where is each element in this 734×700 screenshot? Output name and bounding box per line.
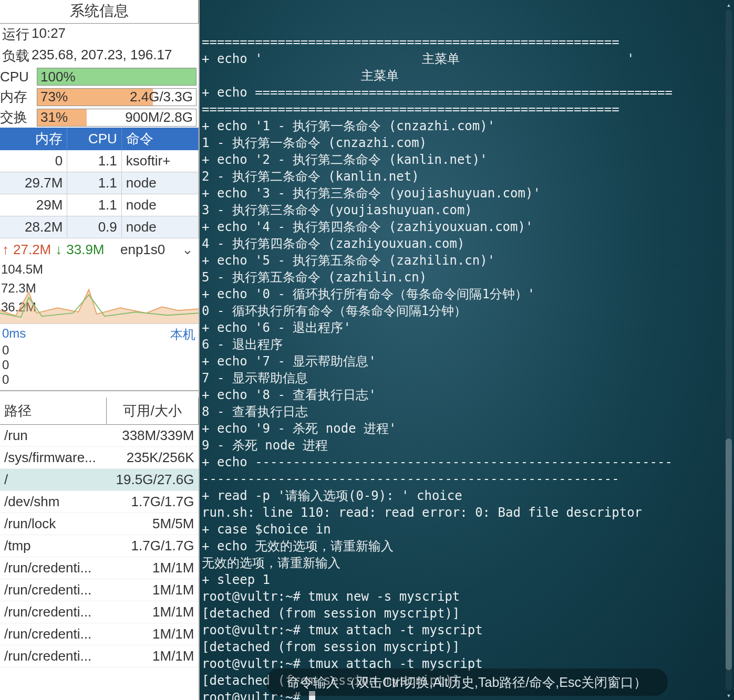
disk-path: / xyxy=(0,469,106,491)
table-row[interactable]: 01.1ksoftir+ xyxy=(0,150,199,172)
table-row[interactable]: /dev/shm1.7G/1.7G xyxy=(0,491,199,513)
table-row[interactable]: /run/lock5M/5M xyxy=(0,513,199,535)
terminal-line: + echo '6 - 退出程序' xyxy=(202,319,734,336)
table-row[interactable]: /tmp1.7G/1.7G xyxy=(0,535,199,557)
table-row[interactable]: /sys/firmware...235K/256K xyxy=(0,447,199,469)
cpu-bar: 100% xyxy=(37,68,197,86)
terminal-line: 8 - 查看执行日志 xyxy=(202,403,734,420)
cpu-pct: 100% xyxy=(40,69,76,85)
swap-label: 交换 xyxy=(0,108,37,127)
proc-cpu: 0.9 xyxy=(67,216,122,238)
scroll-track[interactable] xyxy=(726,9,732,691)
terminal-scrollbar[interactable]: ▴ ▾ xyxy=(725,0,733,700)
terminal-line: root@vultr:~# tmux attach -t myscript xyxy=(202,622,734,639)
disk-path: /dev/shm xyxy=(0,491,106,513)
terminal-line: + echo '3 - 执行第三条命令 (youjiashuyuan.com)' xyxy=(202,185,734,202)
mem-detail: 2.4G/3.3G xyxy=(130,89,193,106)
terminal[interactable]: ========================================… xyxy=(200,0,734,700)
table-row[interactable]: /run/credenti...1M/1M xyxy=(0,579,199,601)
net-down: 33.9M xyxy=(66,242,104,258)
terminal-line: + echo ---------------------------------… xyxy=(202,454,734,471)
table-row[interactable]: /run/credenti...1M/1M xyxy=(0,601,199,623)
disk-avail: 1.7G/1.7G xyxy=(106,491,198,513)
chevron-down-icon[interactable]: ⌄ xyxy=(182,242,193,258)
proc-cmd: node xyxy=(121,194,198,216)
terminal-line: + case $choice in xyxy=(202,521,734,538)
disk-path: /tmp xyxy=(0,535,106,557)
terminal-line: 5 - 执行第五条命令 (zazhilin.cn) xyxy=(202,269,734,286)
arrow-down-icon: ↓ xyxy=(55,242,62,258)
disk-avail: 1M/1M xyxy=(106,623,198,645)
terminal-line: [detached (from session myscript)] xyxy=(202,639,734,655)
disk-avail: 19.5G/27.6G xyxy=(106,469,198,491)
terminal-line: + echo '4 - 执行第四条命令 (zazhiyouxuan.com)' xyxy=(202,218,734,235)
proc-header-mem[interactable]: 内存 xyxy=(0,128,67,150)
sidebar-title: 系统信息 xyxy=(0,0,199,24)
scroll-down-icon[interactable]: ▾ xyxy=(725,691,733,700)
proc-header-cmd[interactable]: 命令 xyxy=(121,128,198,150)
table-row[interactable]: /run/credenti...1M/1M xyxy=(0,557,199,579)
disk-path: /run/credenti... xyxy=(0,601,106,623)
terminal-line: 3 - 执行第三条命令 (youjiashuyuan.com) xyxy=(202,202,734,218)
terminal-line: ========================================… xyxy=(202,34,734,50)
proc-cmd: node xyxy=(121,216,198,238)
table-row[interactable]: 29M1.1node xyxy=(0,194,199,216)
mem-label: 内存 xyxy=(0,88,37,106)
disk-table: 路径 可用/大小 /run338M/339M/sys/firmware...23… xyxy=(0,398,199,667)
proc-mem: 28.2M xyxy=(0,216,67,238)
terminal-line: + echo '8 - 查看执行日志' xyxy=(202,386,734,403)
table-row[interactable]: /run/credenti...1M/1M xyxy=(0,623,199,645)
table-row[interactable]: /19.5G/27.6G xyxy=(0,469,199,491)
net-up: 27.2M xyxy=(13,242,51,258)
terminal-line: + echo '1 - 执行第一条命令 (cnzazhi.com)' xyxy=(202,118,734,134)
load-value: 235.68, 207.23, 196.17 xyxy=(32,47,172,65)
terminal-line: + echo ' 主菜单 ' xyxy=(202,50,734,67)
table-row[interactable]: 28.2M0.9node xyxy=(0,216,199,238)
terminal-line: + echo =================================… xyxy=(202,84,734,101)
disk-avail: 1M/1M xyxy=(106,645,198,667)
terminal-line: + echo '9 - 杀死 node 进程' xyxy=(202,420,734,437)
disk-avail: 1M/1M xyxy=(106,557,198,579)
terminal-line: 6 - 退出程序 xyxy=(202,336,734,353)
disk-avail: 338M/339M xyxy=(106,425,198,447)
net-header[interactable]: ↑27.2M ↓33.9M enp1s0 ⌄ xyxy=(0,238,199,261)
terminal-line: ----------------------------------------… xyxy=(202,471,734,487)
proc-cmd: ksoftir+ xyxy=(121,150,198,172)
ping-host[interactable]: 本机 xyxy=(170,326,195,343)
terminal-line: + echo 无效的选项，请重新输入 xyxy=(202,538,734,555)
terminal-line: + echo '0 - 循环执行所有命令（每条命令间隔1分钟）' xyxy=(202,286,734,302)
proc-cmd: node xyxy=(121,172,198,194)
terminal-output[interactable]: ========================================… xyxy=(202,34,734,700)
terminal-line: + echo '5 - 执行第五条命令 (zazhilin.cn)' xyxy=(202,252,734,269)
uptime-row: 运行 10:27 xyxy=(0,24,199,45)
command-input-hint[interactable]: 命令输入 （双击Ctrl切换,Alt历史,Tab路径/命令,Esc关闭窗口） xyxy=(266,668,668,696)
swap-pct: 31% xyxy=(40,109,68,126)
ping-val-2: 0 xyxy=(2,372,197,387)
proc-cpu: 1.1 xyxy=(67,150,122,172)
table-row[interactable]: 29.7M1.1node xyxy=(0,172,199,194)
table-row[interactable]: /run/credenti...1M/1M xyxy=(0,645,199,667)
terminal-line: 9 - 杀死 node 进程 xyxy=(202,437,734,454)
uptime-value: 10:27 xyxy=(32,25,66,44)
proc-cpu: 1.1 xyxy=(67,172,122,194)
terminal-line: [detached (from session myscript)] xyxy=(202,605,734,622)
load-label: 负载 xyxy=(2,47,29,65)
ping-val-0: 0 xyxy=(2,343,197,358)
scroll-up-icon[interactable]: ▴ xyxy=(725,0,733,9)
mem-bar: 73% 2.4G/3.3G xyxy=(37,88,197,106)
disk-header-avail[interactable]: 可用/大小 xyxy=(106,398,198,425)
uptime-label: 运行 xyxy=(2,25,29,44)
load-row: 负载 235.68, 207.23, 196.17 xyxy=(0,45,199,67)
table-row[interactable]: /run338M/339M xyxy=(0,425,199,447)
swap-row: 交换 31% 900M/2.8G xyxy=(0,107,199,128)
terminal-line: 4 - 执行第四条命令 (zazhiyouxuan.com) xyxy=(202,235,734,252)
cpu-row: CPU 100% xyxy=(0,67,199,87)
disk-path: /run/credenti... xyxy=(0,579,106,601)
net-interface: enp1s0 xyxy=(120,242,165,258)
scroll-thumb[interactable] xyxy=(726,438,732,670)
terminal-line: + echo '2 - 执行第二条命令 (kanlin.net)' xyxy=(202,151,734,168)
disk-header-path[interactable]: 路径 xyxy=(0,398,106,425)
proc-header-cpu[interactable]: CPU xyxy=(67,128,122,150)
terminal-line: + echo '7 - 显示帮助信息' xyxy=(202,353,734,370)
disk-path: /sys/firmware... xyxy=(0,447,106,469)
